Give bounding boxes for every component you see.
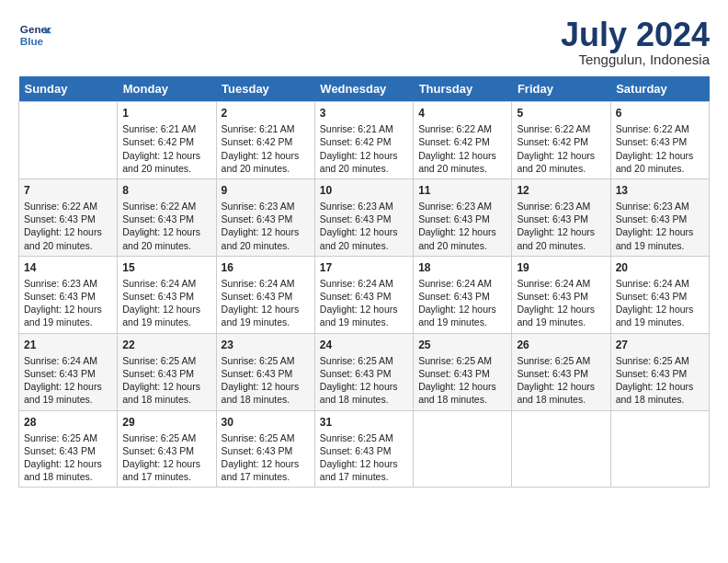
calendar-week-row: 1Sunrise: 6:21 AMSunset: 6:42 PMDaylight…	[19, 102, 710, 179]
day-info-line: Sunset: 6:43 PM	[418, 290, 506, 303]
calendar-day-cell: 30Sunrise: 6:25 AMSunset: 6:43 PMDayligh…	[216, 410, 314, 488]
day-info-line: Daylight: 12 hours	[320, 457, 408, 470]
day-info-line: Sunset: 6:43 PM	[24, 290, 112, 303]
day-info-line: Sunrise: 6:24 AM	[616, 277, 704, 290]
day-info-line: and 20 minutes.	[517, 239, 605, 252]
day-info-line: Sunrise: 6:24 AM	[517, 277, 605, 290]
day-info-line: Sunrise: 6:25 AM	[418, 354, 506, 367]
calendar-week-row: 14Sunrise: 6:23 AMSunset: 6:43 PMDayligh…	[19, 256, 710, 333]
day-number: 1	[122, 106, 210, 121]
day-info-line: Daylight: 12 hours	[320, 149, 408, 162]
calendar-day-cell: 2Sunrise: 6:21 AMSunset: 6:42 PMDaylight…	[216, 102, 314, 179]
day-info-line: and 18 minutes.	[517, 393, 605, 406]
calendar-day-cell: 22Sunrise: 6:25 AMSunset: 6:43 PMDayligh…	[118, 333, 216, 410]
page-header: General Blue July 2024 Tenggulun, Indone…	[18, 18, 710, 67]
day-info-line: and 20 minutes.	[418, 239, 506, 252]
logo-icon: General Blue	[18, 18, 51, 52]
day-info-line: Daylight: 12 hours	[222, 380, 310, 393]
day-info-line: and 18 minutes.	[418, 393, 506, 406]
day-info-line: Sunset: 6:43 PM	[122, 213, 210, 225]
day-info-line: Sunset: 6:43 PM	[320, 213, 408, 225]
day-info-line: Sunrise: 6:21 AM	[222, 122, 310, 135]
day-info-line: Sunrise: 6:22 AM	[517, 122, 605, 135]
day-info-line: Daylight: 12 hours	[517, 225, 605, 238]
day-info-line: Daylight: 12 hours	[222, 225, 310, 238]
day-info-line: Sunset: 6:42 PM	[418, 135, 506, 148]
calendar-day-cell	[610, 410, 709, 488]
calendar-day-cell: 31Sunrise: 6:25 AMSunset: 6:43 PMDayligh…	[314, 410, 413, 488]
calendar-day-cell: 17Sunrise: 6:24 AMSunset: 6:43 PMDayligh…	[314, 256, 413, 333]
day-number: 23	[222, 338, 310, 352]
day-info-line: Sunrise: 6:25 AM	[320, 354, 408, 367]
day-info-line: Daylight: 12 hours	[122, 303, 210, 316]
day-number: 27	[616, 338, 704, 352]
day-info-line: Sunrise: 6:21 AM	[122, 122, 210, 135]
day-info-line: and 20 minutes.	[122, 239, 210, 252]
day-info-line: Daylight: 12 hours	[122, 225, 210, 238]
calendar-day-cell: 3Sunrise: 6:21 AMSunset: 6:42 PMDaylight…	[314, 102, 413, 179]
day-info-line: Sunset: 6:43 PM	[517, 213, 605, 225]
calendar-day-cell: 23Sunrise: 6:25 AMSunset: 6:43 PMDayligh…	[216, 333, 314, 410]
day-info-line: Sunset: 6:42 PM	[517, 135, 605, 148]
day-info-line: Sunrise: 6:25 AM	[122, 354, 210, 367]
day-info-line: and 18 minutes.	[222, 393, 310, 406]
day-info-line: Sunrise: 6:22 AM	[616, 122, 704, 135]
day-info-line: Sunset: 6:43 PM	[222, 444, 310, 457]
calendar-day-cell: 29Sunrise: 6:25 AMSunset: 6:43 PMDayligh…	[118, 410, 216, 488]
day-info-line: Daylight: 12 hours	[122, 149, 210, 162]
day-number: 22	[122, 338, 210, 352]
day-info-line: Daylight: 12 hours	[418, 149, 506, 162]
day-info-line: and 19 minutes.	[616, 316, 704, 328]
day-info-line: and 19 minutes.	[222, 316, 310, 328]
day-info-line: Daylight: 12 hours	[24, 303, 112, 316]
day-info-line: Sunrise: 6:22 AM	[24, 200, 112, 213]
day-info-line: Sunrise: 6:24 AM	[418, 277, 506, 290]
calendar-day-cell: 16Sunrise: 6:24 AMSunset: 6:43 PMDayligh…	[216, 256, 314, 333]
location: Tenggulun, Indonesia	[561, 52, 710, 67]
day-of-week-header: Tuesday	[216, 76, 314, 102]
day-info-line: Daylight: 12 hours	[616, 149, 704, 162]
day-info-line: Sunset: 6:43 PM	[517, 290, 605, 303]
calendar-header-row: SundayMondayTuesdayWednesdayThursdayFrid…	[19, 76, 710, 102]
day-info-line: Sunrise: 6:23 AM	[24, 277, 112, 290]
calendar-day-cell: 18Sunrise: 6:24 AMSunset: 6:43 PMDayligh…	[414, 256, 512, 333]
calendar-day-cell: 21Sunrise: 6:24 AMSunset: 6:43 PMDayligh…	[19, 333, 118, 410]
day-of-week-header: Sunday	[19, 76, 118, 102]
day-info-line: and 20 minutes.	[222, 239, 310, 252]
day-info-line: Daylight: 12 hours	[24, 225, 112, 238]
calendar-day-cell	[414, 410, 512, 488]
day-info-line: Sunrise: 6:25 AM	[517, 354, 605, 367]
day-number: 9	[222, 183, 310, 198]
calendar-day-cell: 25Sunrise: 6:25 AMSunset: 6:43 PMDayligh…	[414, 333, 512, 410]
calendar-day-cell: 4Sunrise: 6:22 AMSunset: 6:42 PMDaylight…	[414, 102, 512, 179]
day-number: 30	[222, 415, 310, 430]
day-info-line: Sunset: 6:43 PM	[616, 367, 704, 380]
day-info-line: Daylight: 12 hours	[24, 380, 112, 393]
day-number: 7	[24, 183, 112, 198]
day-number: 6	[616, 106, 704, 121]
calendar-day-cell: 26Sunrise: 6:25 AMSunset: 6:43 PMDayligh…	[512, 333, 610, 410]
day-info-line: and 18 minutes.	[616, 393, 704, 406]
calendar-day-cell: 8Sunrise: 6:22 AMSunset: 6:43 PMDaylight…	[118, 178, 216, 256]
day-info-line: and 20 minutes.	[122, 162, 210, 175]
calendar-day-cell: 15Sunrise: 6:24 AMSunset: 6:43 PMDayligh…	[118, 256, 216, 333]
calendar-body: 1Sunrise: 6:21 AMSunset: 6:42 PMDaylight…	[19, 102, 710, 488]
day-info-line: Sunset: 6:43 PM	[418, 367, 506, 380]
day-info-line: and 17 minutes.	[122, 470, 210, 483]
day-info-line: Sunrise: 6:24 AM	[24, 354, 112, 367]
day-info-line: Sunset: 6:42 PM	[222, 135, 310, 148]
calendar-day-cell: 1Sunrise: 6:21 AMSunset: 6:42 PMDaylight…	[118, 102, 216, 179]
day-number: 12	[517, 183, 605, 198]
day-info-line: and 20 minutes.	[222, 162, 310, 175]
day-info-line: Sunset: 6:43 PM	[24, 444, 112, 457]
day-info-line: Sunset: 6:43 PM	[517, 367, 605, 380]
day-info-line: Sunset: 6:42 PM	[320, 135, 408, 148]
day-number: 19	[517, 260, 605, 275]
calendar-week-row: 28Sunrise: 6:25 AMSunset: 6:43 PMDayligh…	[19, 410, 710, 488]
day-info-line: Sunrise: 6:23 AM	[616, 200, 704, 213]
day-info-line: Daylight: 12 hours	[122, 457, 210, 470]
day-info-line: and 20 minutes.	[418, 162, 506, 175]
day-number: 10	[320, 183, 408, 198]
day-of-week-header: Friday	[512, 76, 610, 102]
day-info-line: and 18 minutes.	[320, 393, 408, 406]
